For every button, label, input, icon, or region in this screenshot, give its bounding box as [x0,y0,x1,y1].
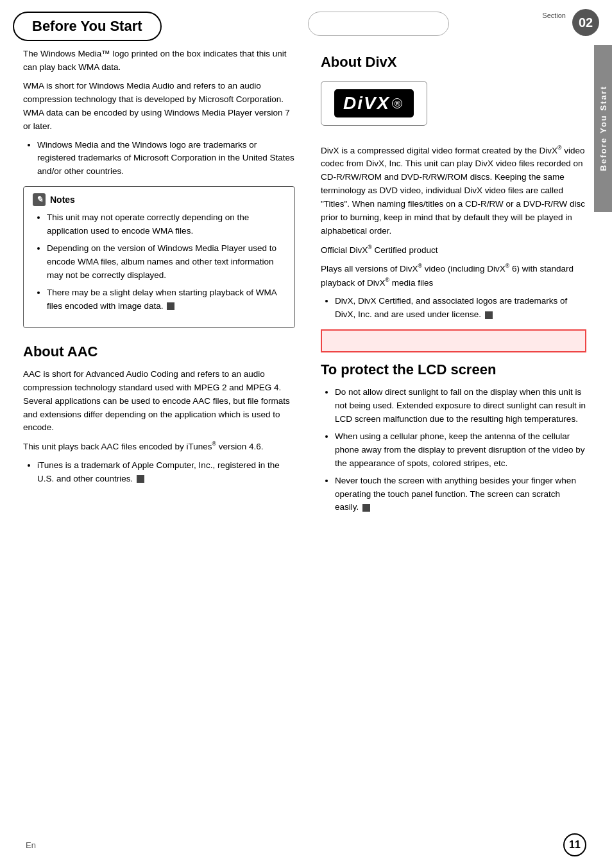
notes-title: Notes [50,195,75,205]
intro-para-2: WMA is short for Windows Media Audio and… [23,80,295,134]
divx-bullet-list: DivX, DivX Certified, and associated log… [321,295,586,322]
end-mark [137,475,144,483]
sidebar-tab: Before You Start [594,45,612,212]
highlight-box [321,329,586,352]
lcd-section: To protect the LCD screen Do not allow d… [321,361,586,514]
divx-certified: Official DivX® Certified product [321,243,586,257]
top-header: Before You Start Section 02 [0,0,612,41]
divx-title: About DivX [321,54,586,71]
main-content: The Windows Media™ logo printed on the b… [0,41,612,535]
intro-para-1: The Windows Media™ logo printed on the b… [23,48,295,74]
right-column: About DivX DiVX ® DivX is a compressed d… [314,48,586,522]
divx-plays: Plays all versions of DivX® video (inclu… [321,262,586,290]
list-item: Do not allow direct sunlight to fall on … [335,386,586,426]
list-item: Never touch the screen with anything bes… [335,474,586,515]
notes-bullet-list: This unit may not operate correctly depe… [33,211,285,313]
notes-header: ✎ Notes [33,193,285,206]
end-mark [167,302,174,310]
lcd-title: To protect the LCD screen [321,361,586,378]
footer: En 11 [0,833,612,856]
divx-logo: DiVX ® [334,89,414,117]
lcd-bullet-list: Do not allow direct sunlight to fall on … [321,386,586,514]
section-number: 02 [572,9,599,36]
section-label: Section [542,12,566,19]
divx-intro: DivX is a compressed digital video forma… [321,144,586,238]
divx-registered-icon: ® [392,98,402,108]
aac-para-2: This unit plays back AAC files encoded b… [23,440,295,453]
aac-para-1: AAC is short for Advanced Audio Coding a… [23,368,295,435]
footer-en-label: En [26,840,36,850]
list-item: There may be a slight delay when startin… [47,286,285,313]
notes-box: ✎ Notes This unit may not operate correc… [23,186,295,327]
list-item: iTunes is a trademark of Apple Computer,… [37,459,295,486]
list-item: This unit may not operate correctly depe… [47,211,285,238]
list-item: Windows Media and the Windows logo are t… [37,139,295,179]
left-column: The Windows Media™ logo printed on the b… [23,48,314,522]
divx-logo-box: DiVX ® [321,81,427,126]
notes-icon: ✎ [33,193,46,206]
aac-bullet-list: iTunes is a trademark of Apple Computer,… [23,459,295,486]
divx-logo-text: DiVX [343,93,390,114]
aac-title: About AAC [23,343,295,360]
page-title: Before You Start [13,12,162,41]
divx-section: About DivX DiVX ® DivX is a compressed d… [321,54,586,352]
list-item: DivX, DivX Certified, and associated log… [335,295,586,322]
sidebar-label: Before You Start [599,85,608,171]
footer-page-number: 11 [563,833,586,856]
header-oval [308,12,449,36]
list-item: When using a cellular phone, keep the an… [335,430,586,471]
end-mark [362,504,370,512]
end-mark [485,311,493,319]
list-item: Depending on the version of Windows Medi… [47,242,285,282]
page: Before You Start Section 02 Before You S… [0,0,612,868]
divx-logo-area: DiVX ® [321,78,586,135]
windows-bullet-list: Windows Media and the Windows logo are t… [23,139,295,179]
aac-section: About AAC AAC is short for Advanced Audi… [23,343,295,486]
